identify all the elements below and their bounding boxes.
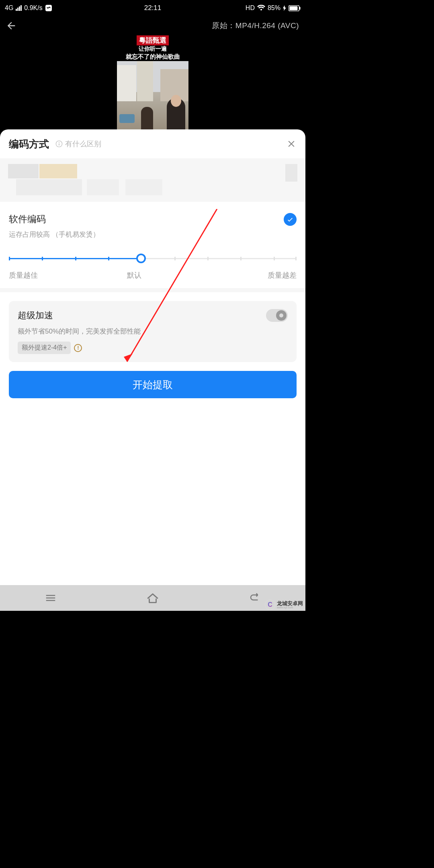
status-right: HD 85% (246, 4, 301, 12)
option-block[interactable] (39, 164, 77, 178)
slider-label-right: 质量越差 (268, 270, 297, 280)
watermark-text: 龙城安卓网 (277, 601, 303, 606)
super-accel-card: 超级加速 额外节省50%的时间，完美发挥全部性能 额外提速2-4倍+ ! (9, 301, 297, 362)
encoder-options-strip (0, 158, 305, 202)
nav-home-icon[interactable] (146, 592, 160, 604)
watermark-sub: www.lcjf.com (277, 606, 303, 609)
warning-icon[interactable]: ! (74, 344, 82, 352)
option-block[interactable] (16, 179, 82, 195)
help-text: 有什么区别 (65, 139, 101, 149)
watermark: C 龙城安卓网 www.lcjf.com (265, 600, 303, 610)
status-left: 4G 0.9K/s (5, 4, 52, 12)
charging-icon (283, 5, 286, 11)
watermark-logo: C (265, 600, 275, 610)
svg-rect-6 (59, 143, 59, 145)
quality-slider[interactable] (9, 254, 297, 263)
svg-rect-2 (290, 6, 298, 10)
system-nav-bar (0, 585, 305, 611)
help-link[interactable]: 有什么区别 (55, 139, 101, 149)
svg-point-5 (59, 142, 59, 143)
video-preview: 粵語甄選 让你听一遍 就忘不了的神仙歌曲 (0, 35, 305, 130)
option-block[interactable] (8, 164, 39, 178)
check-icon (287, 216, 294, 223)
option-block[interactable] (125, 179, 162, 195)
status-bar: 4G 0.9K/s 22:11 HD 85% (0, 0, 305, 16)
accel-desc: 额外节省50%的时间，完美发挥全部性能 (18, 327, 288, 336)
app-icon (45, 4, 52, 12)
back-arrow-icon[interactable] (6, 20, 17, 31)
app-header: 原始：MP4/H.264 (AVC) (0, 16, 305, 35)
svg-rect-3 (299, 7, 301, 10)
info-icon (55, 140, 63, 147)
encoding-title: 软件编码 (9, 213, 46, 225)
close-icon[interactable] (286, 139, 297, 149)
nav-menu-icon[interactable] (45, 592, 57, 604)
encoding-selected-check[interactable] (284, 213, 297, 226)
format-label: 原始： (212, 21, 235, 30)
section-divider (0, 288, 305, 292)
sheet-header: 编码方式 有什么区别 (0, 129, 305, 158)
thumb-image (117, 61, 188, 130)
start-button-label: 开始提取 (133, 378, 173, 391)
encoding-section: 软件编码 运存占用较高 （手机易发烫） 质量越佳 默认 质量越差 (0, 202, 305, 288)
encoding-sheet: 编码方式 有什么区别 软件编码 运存占用较高 （手机易发烫） (0, 129, 305, 611)
encoding-desc: 运存占用较高 （手机易发烫） (9, 230, 297, 239)
slider-thumb[interactable] (136, 254, 146, 263)
toggle-knob (276, 310, 287, 321)
network-type: 4G (5, 4, 13, 12)
format-value: MP4/H.264 (AVC) (235, 21, 299, 30)
signal-icon (16, 5, 22, 11)
thumb-subtitle-2: 就忘不了的神仙歌曲 (117, 53, 188, 61)
video-thumbnail[interactable]: 粵語甄選 让你听一遍 就忘不了的神仙歌曲 (117, 35, 188, 130)
accel-badge: 额外提速2-4倍+ (18, 342, 71, 354)
net-speed: 0.9K/s (24, 4, 42, 12)
accel-toggle[interactable] (266, 309, 288, 322)
thumb-subtitle-1: 让你听一遍 (117, 45, 188, 53)
clock: 22:11 (144, 4, 162, 12)
format-info: 原始：MP4/H.264 (AVC) (212, 20, 299, 31)
wifi-icon (257, 5, 265, 11)
sheet-title: 编码方式 (9, 137, 49, 151)
battery-icon (289, 5, 301, 11)
start-extract-button[interactable]: 开始提取 (9, 371, 297, 398)
option-block[interactable] (87, 179, 119, 195)
option-block[interactable] (285, 164, 297, 182)
slider-label-mid: 默认 (127, 270, 141, 280)
slider-label-left: 质量越佳 (9, 270, 38, 280)
nav-back-icon[interactable] (249, 592, 261, 604)
hd-label: HD (246, 4, 255, 12)
battery-pct: 85% (268, 4, 280, 12)
thumb-title: 粵語甄選 (137, 35, 169, 45)
accel-title: 超级加速 (18, 309, 53, 321)
